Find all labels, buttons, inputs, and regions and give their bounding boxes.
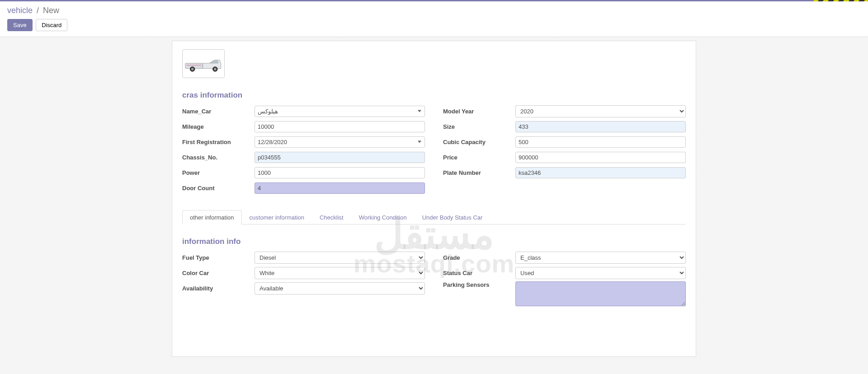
label-chassis-no: Chassis_No.: [182, 154, 255, 161]
input-chassis-no[interactable]: [255, 152, 425, 163]
label-model-year: Model Year: [443, 108, 515, 115]
window-decoration: [814, 0, 868, 1]
label-first-registration: First Registration: [182, 139, 255, 145]
save-button[interactable]: Save: [7, 19, 33, 31]
label-status-car: Status Car: [443, 270, 515, 276]
breadcrumb-current: New: [43, 6, 59, 15]
tab-checklist[interactable]: Checklist: [312, 210, 351, 224]
breadcrumb-separator: /: [37, 6, 39, 15]
form-sheet: cras information Name_Car Mileage First …: [172, 41, 696, 357]
section-info-title: information info: [182, 237, 686, 246]
input-door-count[interactable]: [255, 182, 425, 194]
input-first-registration[interactable]: [255, 136, 425, 148]
select-status-car[interactable]: Used: [515, 267, 686, 279]
input-mileage[interactable]: [255, 121, 425, 132]
label-color-car: Color Car: [182, 270, 255, 276]
tabs-bar: other information customer information C…: [182, 210, 686, 224]
label-fuel-type: Fuel Type: [182, 254, 255, 261]
label-cubic-capacity: Cubic Capacity: [443, 139, 515, 145]
textarea-parking-sensors[interactable]: [515, 281, 686, 306]
input-cubic-capacity[interactable]: [515, 136, 686, 148]
form-scroll-area[interactable]: cras information Name_Car Mileage First …: [0, 37, 868, 373]
select-model-year[interactable]: 2020: [515, 105, 686, 117]
label-size: Size: [443, 123, 515, 130]
label-grade: Grade: [443, 254, 515, 261]
input-size[interactable]: [515, 121, 686, 132]
input-plate-number[interactable]: [515, 167, 686, 178]
vehicle-image[interactable]: [182, 49, 225, 78]
label-availability: Availability: [182, 285, 255, 292]
svg-point-2: [191, 68, 194, 70]
input-power[interactable]: [255, 167, 425, 178]
tab-working-condition[interactable]: Working Condition: [351, 210, 415, 224]
label-name-car: Name_Car: [182, 108, 255, 115]
label-plate-number: Plate Number: [443, 169, 515, 176]
tab-under-body-status[interactable]: Under Body Status Car: [415, 210, 491, 224]
svg-point-4: [214, 68, 217, 70]
breadcrumb: vehicle / New: [7, 6, 861, 15]
label-door-count: Door Count: [182, 185, 255, 192]
label-power: Power: [182, 169, 255, 176]
select-fuel-type[interactable]: Diesel: [255, 252, 425, 264]
tab-customer-information[interactable]: customer information: [242, 210, 312, 224]
tab-other-information[interactable]: other information: [182, 210, 242, 224]
label-parking-sensors: Parking Sensors: [443, 281, 515, 288]
label-price: Price: [443, 154, 515, 161]
breadcrumb-parent[interactable]: vehicle: [7, 6, 33, 15]
input-price[interactable]: [515, 152, 686, 163]
select-availability[interactable]: Available: [255, 282, 425, 295]
control-panel: vehicle / New Save Discard: [0, 0, 868, 37]
pickup-truck-icon: [184, 54, 223, 74]
discard-button[interactable]: Discard: [36, 19, 67, 31]
section-cras-title: cras information: [182, 91, 686, 100]
input-name-car[interactable]: [255, 106, 425, 117]
select-color-car[interactable]: White: [255, 267, 425, 279]
label-mileage: Mileage: [182, 123, 255, 130]
select-grade[interactable]: E_class: [515, 252, 686, 264]
